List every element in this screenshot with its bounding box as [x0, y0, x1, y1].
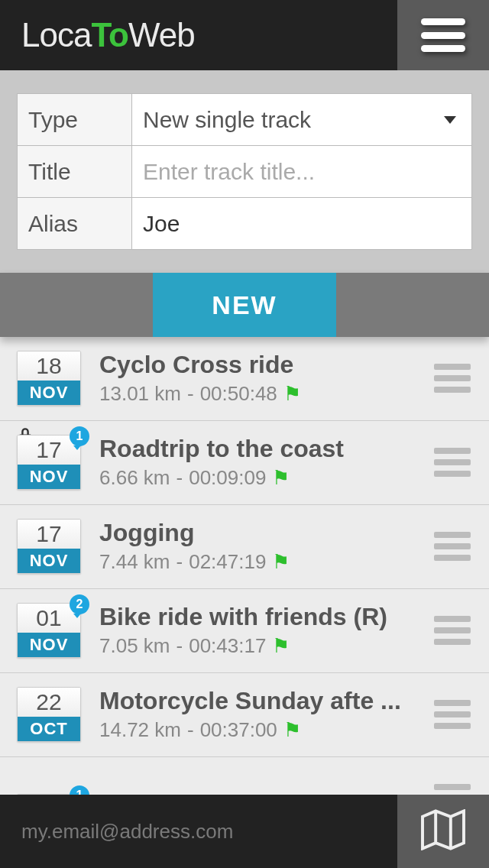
track-distance: 13.01 km — [99, 382, 181, 406]
app-footer: my.email@address.com — [0, 795, 489, 868]
track-info: Jogging 7.44 km - 02:47:19 ⚑ — [81, 519, 432, 574]
track-row[interactable]: 1 17 NOV Roadtrip to the coast 6.66 km -… — [0, 421, 489, 505]
type-select[interactable]: New single track — [132, 94, 472, 146]
date-badge: 22 OCT — [17, 687, 81, 742]
connection-status[interactable] — [0, 273, 153, 337]
track-duration: 00:37:00 — [200, 718, 277, 742]
track-title: Jogging — [99, 519, 432, 547]
track-row[interactable]: 1 — [0, 757, 489, 795]
track-duration: 00:43:17 — [189, 634, 266, 658]
alias-input[interactable] — [143, 211, 461, 237]
app-header: LocaToWeb — [0, 0, 489, 70]
hamburger-icon — [421, 18, 465, 52]
title-label: Title — [18, 146, 132, 198]
track-title: Roadtrip to the coast — [99, 435, 432, 463]
new-track-form: Type New single track Title Alias — [0, 70, 489, 273]
date-badge: 2 01 NOV — [17, 603, 81, 658]
drag-handle-icon[interactable] — [432, 700, 472, 729]
date-month: NOV — [18, 633, 80, 657]
new-button-label: NEW — [212, 290, 277, 320]
track-duration: 02:47:19 — [189, 550, 266, 574]
flag-icon: ⚑ — [283, 718, 301, 742]
track-row[interactable]: 2 01 NOV Bike ride with friends (R) 7.05… — [0, 589, 489, 673]
title-input[interactable] — [143, 159, 461, 185]
logo-part-3: Web — [128, 16, 195, 53]
comment-badge: 2 — [70, 594, 89, 614]
track-title: Bike ride with friends (R) — [99, 603, 432, 631]
drag-handle-icon[interactable] — [432, 364, 472, 393]
logo-part-2: To — [91, 16, 128, 53]
date-badge: 18 NOV — [17, 351, 81, 406]
map-button[interactable] — [397, 795, 489, 868]
drag-handle-icon[interactable] — [432, 784, 472, 795]
app-logo: LocaToWeb — [0, 16, 397, 54]
date-day: 18 — [18, 351, 80, 381]
track-title: Cyclo Cross ride — [99, 351, 432, 379]
date-month: NOV — [18, 549, 80, 573]
drag-handle-icon[interactable] — [432, 448, 472, 477]
date-badge: 1 17 NOV — [17, 435, 81, 490]
date-day: 17 — [18, 520, 80, 549]
track-info: Roadtrip to the coast 6.66 km - 00:09:09… — [81, 435, 432, 490]
comment-badge: 1 — [70, 785, 89, 795]
track-list[interactable]: 18 NOV Cyclo Cross ride 13.01 km - 00:50… — [0, 337, 489, 795]
user-email[interactable]: my.email@address.com — [0, 820, 397, 844]
track-row[interactable]: 22 OCT Motorcycle Sunday afte ... 14.72 … — [0, 673, 489, 757]
date-month: NOV — [18, 465, 80, 489]
comment-badge: 1 — [70, 426, 89, 446]
track-row[interactable]: 17 NOV Jogging 7.44 km - 02:47:19 ⚑ — [0, 505, 489, 589]
date-month: NOV — [18, 381, 80, 405]
drag-handle-icon[interactable] — [432, 532, 472, 561]
track-distance: 6.66 km — [99, 466, 170, 490]
track-info: Cyclo Cross ride 13.01 km - 00:50:48 ⚑ — [81, 351, 432, 406]
flag-icon: ⚑ — [272, 466, 290, 490]
track-duration: 00:09:09 — [189, 466, 266, 490]
track-info: Motorcycle Sunday afte ... 14.72 km - 00… — [81, 687, 432, 742]
track-stats: 6.66 km - 00:09:09 ⚑ — [99, 466, 432, 490]
date-badge: 17 NOV — [17, 519, 81, 574]
action-bar: NEW — [0, 273, 489, 337]
flag-icon: ⚑ — [272, 634, 290, 658]
track-stats: 7.05 km - 00:43:17 ⚑ — [99, 634, 432, 658]
track-row[interactable]: 18 NOV Cyclo Cross ride 13.01 km - 00:50… — [0, 337, 489, 421]
date-month: OCT — [18, 717, 80, 741]
track-distance: 7.05 km — [99, 634, 170, 658]
drag-handle-icon[interactable] — [432, 616, 472, 645]
track-info: Bike ride with friends (R) 7.05 km - 00:… — [81, 603, 432, 658]
alias-label: Alias — [18, 198, 132, 250]
track-stats: 14.72 km - 00:37:00 ⚑ — [99, 718, 432, 742]
track-distance: 14.72 km — [99, 718, 181, 742]
map-icon — [420, 809, 466, 853]
track-stats: 7.44 km - 02:47:19 ⚑ — [99, 550, 432, 574]
flag-icon: ⚑ — [272, 550, 290, 574]
flag-icon: ⚑ — [283, 382, 301, 406]
type-value: New single track — [143, 107, 311, 133]
logo-part-1: Loca — [21, 16, 91, 53]
date-badge: 1 — [17, 794, 81, 795]
new-button[interactable]: NEW — [153, 273, 336, 337]
menu-button[interactable] — [397, 0, 489, 70]
track-distance: 7.44 km — [99, 550, 170, 574]
track-stats: 13.01 km - 00:50:48 ⚑ — [99, 382, 432, 406]
track-title: Motorcycle Sunday afte ... — [99, 687, 432, 715]
chevron-down-icon — [444, 116, 456, 124]
track-duration: 00:50:48 — [200, 382, 277, 406]
type-label: Type — [18, 94, 132, 146]
date-day: 22 — [18, 688, 80, 717]
